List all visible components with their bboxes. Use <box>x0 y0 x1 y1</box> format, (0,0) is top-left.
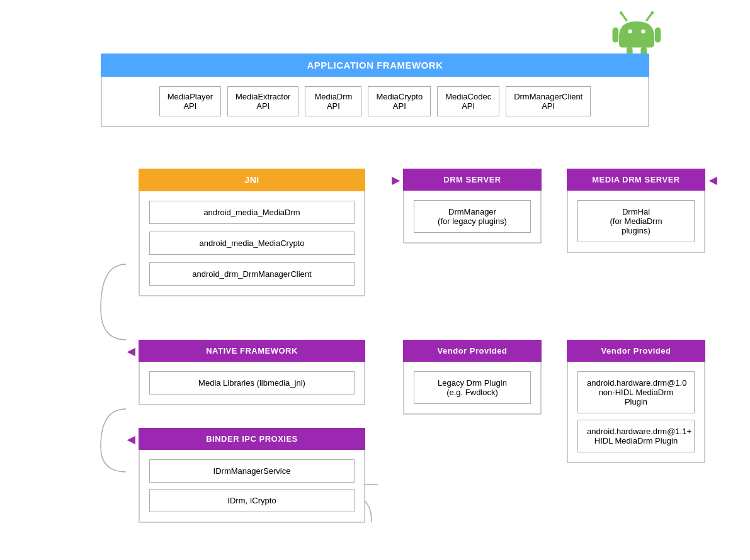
svg-rect-7 <box>655 28 661 43</box>
mediacodec-api: MediaCodecAPI <box>437 86 499 116</box>
idrm-manager-service-item: IDrmManagerService <box>149 459 355 483</box>
hidl-1-0-item: android.hardware.drm@1.0non-HIDL MediaDr… <box>577 371 695 413</box>
binder-header: ◀ BINDER IPC PROXIES <box>139 428 365 450</box>
native-framework-body: Media Libraries (libmedia_jni) <box>139 362 365 405</box>
jni-item-3: android_drm_DrmManagerClient <box>149 262 355 286</box>
media-drm-server-section: MEDIA DRM SERVER ◀ DrmHal(for MediaDrmpl… <box>567 169 705 253</box>
vendor-left-body: Legacy Drm Plugin(e.g. Fwdlock) <box>403 362 542 415</box>
svg-line-0 <box>622 13 627 20</box>
vendor-right-body: android.hardware.drm@1.0non-HIDL MediaDr… <box>567 362 705 463</box>
media-libraries-item: Media Libraries (libmedia_jni) <box>149 371 355 395</box>
android-logo <box>611 6 662 57</box>
jni-item-2: android_media_MediaCrypto <box>149 232 355 255</box>
legacy-drm-plugin-item: Legacy Drm Plugin(e.g. Fwdlock) <box>414 371 531 404</box>
svg-rect-6 <box>613 28 619 43</box>
vendor-left-header: Vendor Provided <box>403 340 542 362</box>
media-drm-server-header: MEDIA DRM SERVER ◀ <box>567 169 705 191</box>
vendor-right-section: Vendor Provided android.hardware.drm@1.0… <box>567 340 705 463</box>
app-framework-header: APPLICATION FRAMEWORK <box>101 53 649 77</box>
vendor-right-header: Vendor Provided <box>567 340 705 362</box>
svg-point-5 <box>641 30 645 33</box>
mediadrm-api: MediaDrmAPI <box>305 86 361 116</box>
vendor-left-section: Vendor Provided Legacy Drm Plugin(e.g. F… <box>403 340 542 415</box>
binder-section: ◀ BINDER IPC PROXIES IDrmManagerService … <box>139 428 365 523</box>
app-framework-section: APPLICATION FRAMEWORK MediaPlayerAPI Med… <box>101 53 649 127</box>
drm-server-section: ▶ DRM SERVER DrmManager(for legacy plugi… <box>403 169 542 244</box>
mediaextractor-api: MediaExtractorAPI <box>227 86 298 116</box>
binder-body: IDrmManagerService IDrm, ICrypto <box>139 450 365 523</box>
idrm-icrypto-item: IDrm, ICrypto <box>149 489 355 512</box>
drmmanagerclient-api: DrmManagerClientAPI <box>506 86 591 116</box>
drmhal-item: DrmHal(for MediaDrmplugins) <box>577 200 695 242</box>
svg-point-2 <box>620 11 623 14</box>
jni-item-1: android_media_MediaDrm <box>149 201 355 224</box>
mediaplayer-api: MediaPlayerAPI <box>159 86 221 116</box>
jni-section: JNI android_media_MediaDrm android_media… <box>139 169 365 296</box>
drm-server-header: ▶ DRM SERVER <box>403 169 542 191</box>
svg-point-4 <box>628 30 632 33</box>
app-framework-body: MediaPlayerAPI MediaExtractorAPI MediaDr… <box>101 77 649 127</box>
media-drm-server-body: DrmHal(for MediaDrmplugins) <box>567 191 705 253</box>
jni-body: android_media_MediaDrm android_media_Med… <box>139 191 365 296</box>
svg-line-1 <box>647 13 652 20</box>
hidl-1-1-item: android.hardware.drm@1.1+HIDL MediaDrm P… <box>577 420 695 452</box>
drm-manager-item: DrmManager(for legacy plugins) <box>414 200 531 233</box>
svg-point-3 <box>651 11 654 14</box>
native-framework-section: ◀ NATIVE FRAMEWORK Media Libraries (libm… <box>139 340 365 405</box>
drm-server-body: DrmManager(for legacy plugins) <box>403 191 542 244</box>
mediacrypto-api: MediaCryptoAPI <box>368 86 431 116</box>
jni-header: JNI <box>139 169 365 191</box>
native-framework-header: ◀ NATIVE FRAMEWORK <box>139 340 365 362</box>
